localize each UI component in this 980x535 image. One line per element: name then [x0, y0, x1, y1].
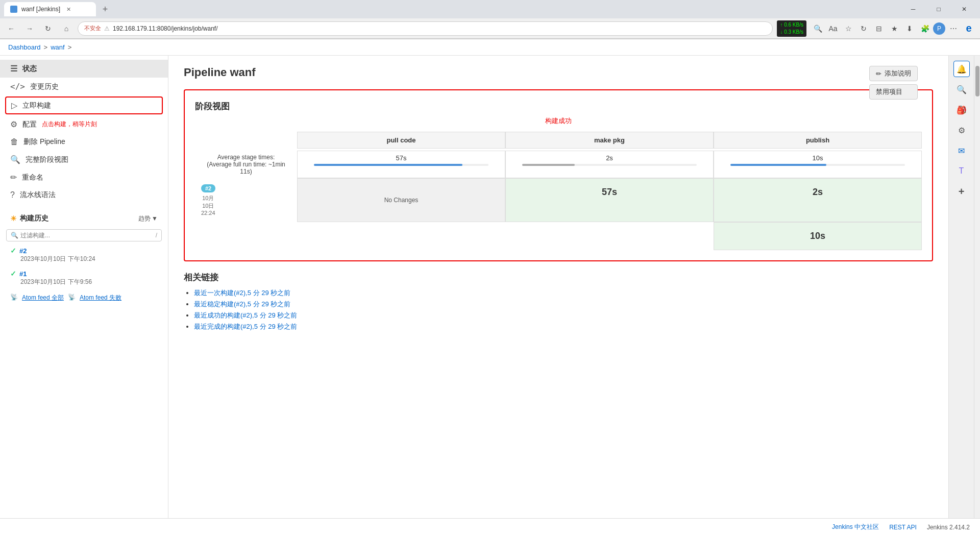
build-history-label: 构建历史 — [20, 214, 48, 223]
avg-time-value-2: 2s — [512, 154, 707, 162]
new-tab-button[interactable]: + — [98, 2, 112, 16]
related-link-3[interactable]: 最近成功的构建(#2),5 分 29 秒之前 — [194, 311, 297, 319]
right-sidebar: 🔔 🔍 🎒 ⚙ ✉ T + — [948, 56, 974, 518]
content-area: ☰ 状态 </> 变更历史 ▷ 立即构建 ⚙ 配置 点击构建，稍等片刻 🗑 — [0, 56, 980, 518]
build-filter-input[interactable] — [18, 230, 156, 241]
refresh-icon[interactable]: ↻ — [856, 21, 871, 36]
read-icon[interactable]: Aa — [826, 21, 840, 36]
atom-links: 📡 Atom feed 全部 📡 Atom feed 失败 — [0, 289, 168, 306]
build-filter-container: 🔍 / — [6, 229, 162, 241]
disable-project-button[interactable]: 禁用项目 — [869, 84, 918, 100]
build-date-2: 2023年10月10日 下午10:24 — [20, 255, 158, 263]
right-icon-bell[interactable]: 🔔 — [953, 61, 970, 77]
network-up: ↑ 0.6 KB/s — [780, 21, 803, 29]
stage-value-make-pkg[interactable]: 2s — [714, 178, 922, 222]
right-icon-collections[interactable]: 🎒 — [953, 102, 970, 118]
scroll-thumb[interactable] — [975, 66, 979, 96]
url-text: 192.168.179.11:8080/jenkins/job/wanf/ — [113, 25, 218, 32]
footer-rest-api-link[interactable]: REST API — [889, 524, 917, 531]
build-icon: ▷ — [11, 101, 17, 110]
sidebar-item-changes[interactable]: </> 变更历史 — [0, 78, 168, 95]
avg-time-value-1: 57s — [304, 154, 499, 162]
url-bar[interactable]: 不安全 ⚠ 192.168.179.11:8080/jenkins/job/wa… — [78, 21, 773, 36]
sidebar-item-config[interactable]: ⚙ 配置 点击构建，稍等片刻 — [0, 115, 168, 133]
stage-value-pull-code[interactable]: 57s — [505, 178, 714, 222]
build-success-text: 构建成功 — [195, 116, 922, 126]
status-icon: ☰ — [10, 64, 17, 74]
sidebar-item-status[interactable]: ☰ 状态 — [0, 60, 168, 78]
download-icon[interactable]: ⬇ — [902, 21, 917, 36]
window-controls: ─ □ ✕ — [901, 0, 976, 18]
related-link-4[interactable]: 最近完成的构建(#2),5 分 29 秒之前 — [194, 323, 297, 330]
sidebar-label-rename: 重命名 — [22, 173, 43, 182]
close-window-button[interactable]: ✕ — [952, 0, 976, 18]
avg-label: Average stage times: — [201, 154, 291, 161]
breadcrumb-wanf[interactable]: wanf — [51, 43, 64, 51]
right-icon-add[interactable]: + — [953, 183, 970, 200]
refresh-button[interactable]: ↻ — [41, 21, 55, 36]
network-badge: ↑ 0.6 KB/s ↓ 0.3 KB/s — [777, 20, 806, 37]
atom-all-link[interactable]: Atom feed 全部 — [22, 294, 64, 302]
search-icon: 🔍 — [10, 155, 20, 164]
star-icon[interactable]: ★ — [887, 21, 901, 36]
atom-fail-link[interactable]: Atom feed 失败 — [80, 294, 121, 302]
toolbar-icons: 🔍 Aa ☆ ↻ ⊟ ★ ⬇ 🧩 P ⋯ e — [811, 21, 976, 36]
related-link-2[interactable]: 最近稳定构建(#2),5 分 29 秒之前 — [194, 300, 290, 308]
forward-button[interactable]: → — [22, 21, 37, 36]
related-link-1[interactable]: 最近一次构建(#2),5 分 29 秒之前 — [194, 289, 290, 297]
pipeline-times-row: Average stage times: (Average full run t… — [195, 151, 922, 178]
split-icon[interactable]: ⊟ — [872, 21, 886, 36]
maximize-button[interactable]: □ — [927, 0, 950, 18]
minimize-button[interactable]: ─ — [901, 0, 925, 18]
config-icon: ⚙ — [10, 119, 17, 129]
build-badge: #2 — [201, 184, 215, 192]
sidebar: ☰ 状态 </> 变更历史 ▷ 立即构建 ⚙ 配置 点击构建，稍等片刻 🗑 — [0, 56, 168, 518]
sidebar-item-build[interactable]: ▷ 立即构建 — [5, 96, 163, 114]
home-button[interactable]: ⌂ — [59, 21, 74, 36]
sidebar-item-delete[interactable]: 🗑 删除 Pipeline — [0, 133, 168, 151]
stage-view-box: 阶段视图 构建成功 pull code make pkg publish Ave… — [184, 89, 933, 261]
progress-bar-1 — [314, 164, 462, 166]
build-status-icon-2: ✓ — [10, 247, 16, 255]
favorite-icon[interactable]: ☆ — [841, 21, 855, 36]
right-icon-apps[interactable]: ⚙ — [953, 122, 970, 138]
zoom-icon[interactable]: 🔍 — [811, 21, 825, 36]
tab-title: wanf [Jenkins] — [21, 6, 60, 13]
stage-value-publish[interactable]: 10s — [714, 222, 922, 250]
tab-close-button[interactable]: ✕ — [64, 5, 72, 13]
more-button[interactable]: ⋯ — [946, 21, 961, 36]
right-icon-teams[interactable]: T — [953, 163, 970, 179]
build-item-1[interactable]: ✓ #1 2023年10月10日 下午9:56 — [0, 266, 168, 289]
extensions-icon[interactable]: 🧩 — [918, 21, 932, 36]
sidebar-item-syntax[interactable]: ? 流水线语法 — [0, 186, 168, 204]
edge-icon[interactable]: e — [962, 21, 976, 36]
stage-header-pull-code: pull code — [297, 132, 505, 149]
syntax-icon: ? — [10, 190, 15, 200]
pipeline-table: pull code make pkg publish Average stage… — [195, 132, 922, 250]
trend-button[interactable]: 趋势 ▼ — [138, 214, 158, 223]
related-links-title: 相关链接 — [184, 272, 933, 283]
active-tab[interactable]: wanf [Jenkins] ✕ — [4, 2, 96, 16]
sidebar-label-delete: 删除 Pipeline — [23, 137, 65, 147]
sidebar-item-full-stage[interactable]: 🔍 完整阶段视图 — [0, 151, 168, 168]
scrollbar[interactable] — [974, 56, 980, 518]
atom-icon-1: 📡 — [10, 294, 18, 302]
add-note-button[interactable]: ✏ 添加说明 — [869, 66, 918, 81]
sun-icon: ☀ — [10, 214, 17, 223]
build-label-cell[interactable]: #2 10月10日22:24 — [195, 178, 297, 222]
profile-avatar[interactable]: P — [933, 22, 945, 35]
right-icon-search[interactable]: 🔍 — [953, 81, 970, 98]
pipeline-data-row: #2 10月10日22:24 No Changes 57s 2s — [195, 178, 922, 222]
footer-community-link[interactable]: Jenkins 中文社区 — [832, 523, 879, 531]
add-note-label: 添加说明 — [885, 69, 911, 78]
right-icon-outlook[interactable]: ✉ — [953, 142, 970, 159]
progress-bar-3-container — [730, 164, 905, 166]
breadcrumb-dashboard[interactable]: Dashboard — [8, 43, 41, 51]
stage-view-title: 阶段视图 — [195, 101, 922, 112]
changes-icon: </> — [10, 82, 25, 91]
build-num-1: ✓ #1 — [10, 270, 158, 278]
sidebar-item-rename[interactable]: ✏ 重命名 — [0, 168, 168, 186]
build-item-2[interactable]: ✓ #2 2023年10月10日 下午10:24 — [0, 244, 168, 266]
back-button[interactable]: ← — [4, 21, 18, 36]
sidebar-label-status: 状态 — [22, 64, 37, 74]
